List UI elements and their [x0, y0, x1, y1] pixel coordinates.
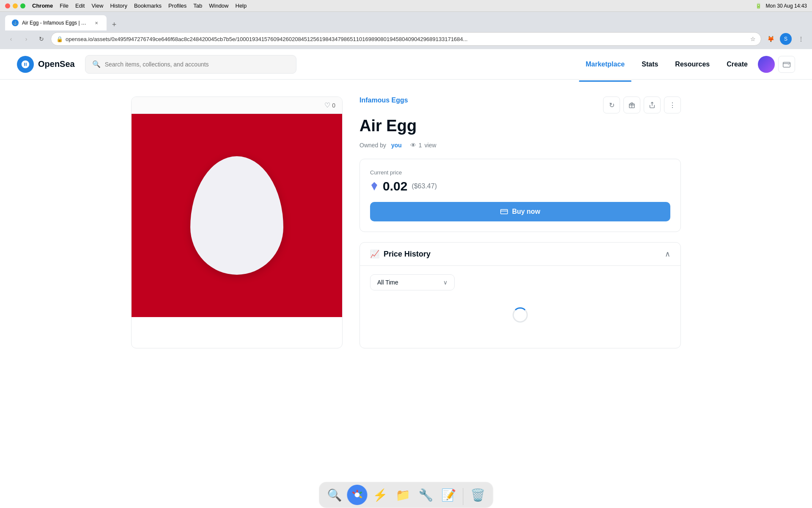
eye-icon: 👁 [410, 142, 416, 149]
mac-menu-view[interactable]: View [91, 3, 103, 9]
nav-stats[interactable]: Stats [635, 57, 665, 72]
price-value: 0.02 ($63.47) [370, 179, 670, 193]
main-content: ♡ 0 Infamous Eggs ↻ ⋮ [0, 80, 812, 461]
address-bar-icons: ☆ [750, 36, 756, 42]
nav-wallet-button[interactable] [778, 56, 795, 73]
like-count: 0 [332, 102, 335, 109]
traffic-lights [5, 3, 25, 8]
close-window-button[interactable] [5, 3, 10, 8]
dock-settings[interactable]: 🔧 [416, 485, 436, 505]
views-count: 👁 1 view [410, 142, 436, 149]
nft-details-panel: Infamous Eggs ↻ ⋮ Air Egg Owned by [359, 97, 681, 348]
more-options-button[interactable]: ⋮ [795, 33, 807, 45]
owner-link[interactable]: you [391, 142, 402, 149]
price-usd: ($63.47) [411, 182, 437, 190]
mac-menu-tab[interactable]: Tab [193, 3, 202, 9]
svg-point-5 [355, 492, 360, 497]
mac-time: Mon 30 Aug 14:43 [766, 3, 807, 9]
price-label: Current price [370, 169, 670, 176]
more-options-button[interactable]: ⋮ [664, 97, 681, 113]
nft-image-display [132, 114, 342, 317]
mac-menu: Chrome File Edit View History Bookmarks … [32, 3, 247, 9]
eth-icon [370, 182, 379, 190]
send-gift-button[interactable] [623, 97, 640, 113]
search-input[interactable] [105, 61, 289, 68]
dock-chrome[interactable] [347, 485, 368, 505]
opensea-logo[interactable]: OpenSea [17, 56, 75, 73]
nft-title: Air Egg [359, 117, 681, 135]
reload-button[interactable]: ↻ [36, 33, 47, 45]
svg-rect-3 [500, 210, 508, 214]
mac-menu-help[interactable]: Help [236, 3, 247, 9]
mac-menubar: Chrome File Edit View History Bookmarks … [0, 0, 812, 12]
nav-create[interactable]: Create [720, 57, 754, 72]
time-filter-select[interactable]: All Time ∨ [370, 274, 455, 290]
url-text: opensea.io/assets/0x495f947276749ce646f6… [66, 36, 748, 42]
mac-menu-file[interactable]: File [60, 3, 69, 9]
nft-image-card: ♡ 0 [131, 97, 343, 348]
search-icon: 🔍 [92, 60, 101, 68]
tab-close-button[interactable]: ✕ [93, 19, 100, 26]
collapse-icon[interactable]: ∧ [665, 249, 670, 259]
price-history-body: All Time ∨ [360, 266, 680, 348]
owned-by-label: Owned by [359, 142, 386, 149]
chart-icon: 📈 [370, 249, 379, 259]
opensea-logo-text: OpenSea [38, 59, 75, 69]
lock-icon: 🔒 [56, 36, 63, 42]
mac-menu-bookmarks[interactable]: Bookmarks [134, 3, 162, 9]
nft-image-header: ♡ 0 [132, 97, 342, 114]
mac-menu-chrome[interactable]: Chrome [32, 3, 53, 9]
loading-spinner [370, 290, 670, 340]
fullscreen-window-button[interactable] [20, 3, 25, 8]
dock-terminal[interactable]: 📁 [393, 485, 413, 505]
nav-avatar[interactable] [758, 56, 775, 73]
dock-notes[interactable]: 📝 [439, 485, 459, 505]
browser-tab-bar: ⚓ Air Egg - Infamous Eggs | Ope... ✕ + [0, 12, 812, 30]
dock-lightning[interactable]: ⚡ [370, 485, 390, 505]
nav-links: Marketplace Stats Resources Create [579, 56, 795, 73]
tab-title: Air Egg - Infamous Eggs | Ope... [22, 20, 90, 26]
mac-menu-window[interactable]: Window [209, 3, 228, 9]
collection-link[interactable]: Infamous Eggs [359, 97, 408, 104]
share-button[interactable] [644, 97, 661, 113]
nav-resources[interactable]: Resources [668, 57, 716, 72]
eth-diamond [371, 182, 377, 190]
nav-marketplace[interactable]: Marketplace [579, 57, 632, 72]
price-eth: 0.02 [383, 179, 407, 193]
search-bar[interactable]: 🔍 [85, 55, 296, 74]
buy-now-button[interactable]: Buy now [370, 202, 670, 221]
mac-menu-edit[interactable]: Edit [75, 3, 85, 9]
dock: 🔍 ⚡ 📁 🔧 📝 🗑️ [319, 482, 494, 508]
extensions-button[interactable]: 🦊 [765, 33, 776, 45]
address-bar[interactable]: 🔒 opensea.io/assets/0x495f947276749ce646… [51, 32, 761, 46]
refresh-metadata-button[interactable]: ↻ [603, 97, 620, 113]
tab-list: ⚓ Air Egg - Infamous Eggs | Ope... ✕ + [5, 15, 807, 30]
mac-status-area: 🔋 Mon 30 Aug 14:43 [755, 3, 807, 9]
bookmark-icon[interactable]: ☆ [750, 36, 756, 42]
asset-container: ♡ 0 Infamous Eggs ↻ ⋮ [131, 97, 681, 348]
like-count-area[interactable]: ♡ 0 [324, 101, 335, 109]
mac-battery: 🔋 [755, 3, 762, 9]
active-tab[interactable]: ⚓ Air Egg - Infamous Eggs | Ope... ✕ [5, 15, 107, 30]
time-filter-value: All Time [377, 279, 440, 286]
price-history-label: Price History [384, 250, 431, 259]
nft-egg-image [190, 156, 283, 275]
opensea-logo-icon [17, 56, 34, 73]
mac-menu-history[interactable]: History [110, 3, 127, 9]
profile-button[interactable]: S [780, 33, 792, 45]
minimize-window-button[interactable] [13, 3, 18, 8]
price-history-header[interactable]: 📈 Price History ∧ [360, 243, 680, 266]
nft-meta: Owned by you 👁 1 view [359, 142, 681, 149]
buy-now-label: Buy now [512, 208, 540, 215]
mac-menu-profiles[interactable]: Profiles [168, 3, 187, 9]
nft-details-header: Infamous Eggs ↻ ⋮ [359, 97, 681, 113]
back-button[interactable]: ‹ [5, 33, 17, 45]
new-tab-button[interactable]: + [108, 19, 120, 30]
detail-actions: ↻ ⋮ [603, 97, 681, 113]
dock-finder[interactable]: 🔍 [324, 485, 345, 505]
opensea-navbar: OpenSea 🔍 Marketplace Stats Resources Cr… [0, 49, 812, 80]
heart-icon[interactable]: ♡ [324, 101, 330, 109]
svg-rect-0 [783, 62, 790, 67]
dock-trash[interactable]: 🗑️ [468, 485, 488, 505]
forward-button[interactable]: › [20, 33, 32, 45]
